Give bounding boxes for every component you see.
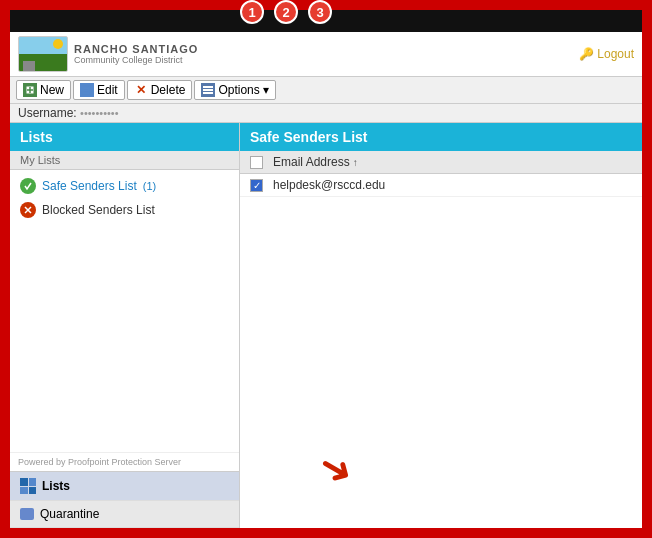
toolbar: New Edit ✕ Delete: [10, 77, 642, 104]
edit-icon: [80, 83, 94, 97]
main-panel: Safe Senders List Email Address ↑ ✓ help…: [240, 123, 642, 528]
sidebar-title: Lists: [10, 123, 239, 151]
email-column-header: Email Address ↑: [273, 155, 358, 169]
table-row[interactable]: ✓ helpdesk@rsccd.edu: [240, 174, 642, 197]
new-label: New: [40, 83, 64, 97]
sidebar-nav-lists[interactable]: Lists: [10, 472, 239, 501]
header: RANCHO SANTIAGO Community College Distri…: [10, 32, 642, 77]
lists-icon: [20, 478, 36, 494]
select-all-checkbox[interactable]: [250, 156, 263, 169]
key-icon: 🔑: [579, 47, 594, 61]
sidebar-item-blocked-senders[interactable]: Blocked Senders List: [10, 198, 239, 222]
sidebar-nav: Lists Quarantine: [10, 471, 239, 528]
panel-title: Safe Senders List: [240, 123, 642, 151]
new-button[interactable]: New: [16, 80, 71, 100]
svg-rect-7: [203, 89, 213, 91]
options-button[interactable]: Options ▾: [194, 80, 276, 100]
delete-label: Delete: [151, 83, 186, 97]
logo-main-name: RANCHO SANTIAGO: [74, 43, 198, 55]
nav-lists-label: Lists: [42, 479, 70, 493]
svg-rect-3: [82, 86, 90, 94]
safe-senders-count: (1): [143, 180, 156, 192]
arrow-container: ➜: [240, 197, 642, 528]
sort-arrow-icon: ↑: [353, 157, 358, 168]
row-email: helpdesk@rsccd.edu: [273, 178, 385, 192]
logout-label: Logout: [597, 47, 634, 61]
sidebar-footer: Powered by Proofpoint Protection Server: [10, 452, 239, 471]
logo-text: RANCHO SANTIAGO Community College Distri…: [74, 43, 198, 65]
options-icon: [201, 83, 215, 97]
logo-building: [23, 61, 35, 71]
edit-button[interactable]: Edit: [73, 80, 125, 100]
app-container: 1 2 3 RANCHO SANTIAGO Community College …: [8, 8, 644, 530]
main-content: Lists My Lists Safe Senders List (1): [10, 123, 642, 528]
logout-button[interactable]: 🔑 Logout: [579, 47, 634, 61]
logo-area: RANCHO SANTIAGO Community College Distri…: [18, 36, 198, 72]
logo-graphic: [18, 36, 68, 72]
username-bar: Username: ••••••••••: [10, 104, 642, 123]
sidebar-items: Safe Senders List (1) Blocked Senders Li…: [10, 170, 239, 452]
numbered-circles: 1 2 3: [240, 0, 332, 24]
circle-1: 1: [240, 0, 264, 24]
red-arrow-annotation: ➜: [312, 442, 361, 494]
email-col-label: Email Address: [273, 155, 350, 169]
safe-senders-icon: [20, 178, 36, 194]
new-icon: [23, 83, 37, 97]
delete-button[interactable]: ✕ Delete: [127, 80, 193, 100]
circle-3: 3: [308, 0, 332, 24]
options-label: Options ▾: [218, 83, 269, 97]
nav-quarantine-label: Quarantine: [40, 507, 99, 521]
delete-icon: ✕: [134, 83, 148, 97]
logo-sun: [53, 39, 63, 49]
svg-rect-8: [203, 92, 213, 94]
username-value: ••••••••••: [80, 107, 119, 119]
table-header: Email Address ↑: [240, 151, 642, 174]
svg-rect-6: [203, 86, 213, 88]
sidebar: Lists My Lists Safe Senders List (1): [10, 123, 240, 528]
blocked-senders-icon: [20, 202, 36, 218]
sidebar-nav-quarantine[interactable]: Quarantine: [10, 501, 239, 528]
edit-label: Edit: [97, 83, 118, 97]
sidebar-section-label: My Lists: [10, 151, 239, 170]
safe-senders-label: Safe Senders List: [42, 179, 137, 193]
blocked-senders-label: Blocked Senders List: [42, 203, 155, 217]
sidebar-item-safe-senders[interactable]: Safe Senders List (1): [10, 174, 239, 198]
row-checkbox[interactable]: ✓: [250, 179, 263, 192]
top-bar: 1 2 3: [10, 10, 642, 32]
quarantine-icon: [20, 508, 34, 520]
circle-2: 2: [274, 0, 298, 24]
logo-sub-name: Community College District: [74, 55, 198, 65]
username-label: Username:: [18, 106, 77, 120]
